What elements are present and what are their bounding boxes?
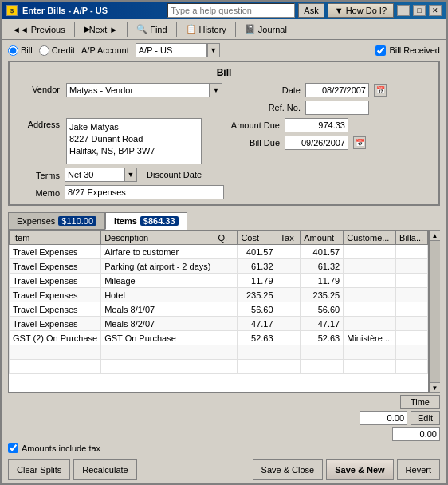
ap-account-dropdown[interactable]: ▼ [207, 43, 220, 57]
table-row[interactable]: Travel Expenses Hotel 235.25 235.25 [10, 288, 428, 302]
cell-amount: 11.79 [301, 274, 344, 288]
help-input[interactable] [167, 3, 295, 18]
scrollbar[interactable]: ▲ ▼ [429, 230, 440, 393]
ap-account-label: A/P Account [81, 45, 129, 55]
vendor-dropdown[interactable]: ▼ [210, 83, 222, 97]
bill-radio-label[interactable]: Bill [8, 45, 33, 56]
cell-cost: 47.17 [238, 317, 277, 331]
items-tab-label: Items [114, 216, 137, 226]
memo-input[interactable] [65, 185, 224, 199]
cell-item: GST (2) On Purchase [10, 331, 101, 345]
memo-label: Memo [16, 187, 60, 198]
cell-billable [396, 317, 428, 331]
expenses-tab-amount: $110.00 [58, 216, 96, 226]
recalculate-button[interactable]: Recalculate [73, 459, 136, 480]
col-header-desc: Description [101, 231, 214, 245]
history-button[interactable]: 📋 History [180, 21, 232, 38]
cell-tax [277, 288, 301, 302]
bill-due-calendar-button[interactable]: 📅 [353, 136, 366, 149]
amount-field-2[interactable] [392, 427, 440, 441]
cell-item: Travel Expenses [10, 317, 101, 331]
table-row[interactable]: Travel Expenses Mileage 11.79 11.79 [10, 274, 428, 288]
cell-amount: 61.32 [301, 259, 344, 274]
footer-right: Save & Close Save & New Revert [253, 459, 440, 480]
tabs-row: Expenses $110.00 Items $864.33 [8, 212, 440, 230]
bill-due-row: Bill Due 📅 [224, 136, 366, 150]
time-button[interactable]: Time [400, 395, 440, 409]
tab-items[interactable]: Items $864.33 [105, 212, 187, 230]
main-window: $ Enter Bills - A/P - US Ask ▼ How Do I?… [0, 0, 448, 485]
edit-button[interactable]: Edit [411, 411, 440, 425]
col-header-item: Item [10, 231, 101, 245]
close-button[interactable]: ✕ [429, 5, 442, 16]
cell-cost: 61.32 [238, 259, 277, 274]
next-button[interactable]: ▶ Next ► [78, 21, 124, 38]
cell-cost: 52.63 [238, 331, 277, 345]
cell-item: Travel Expenses [10, 302, 101, 317]
terms-input[interactable] [65, 168, 124, 182]
cell-cost: 11.79 [238, 274, 277, 288]
table-row[interactable]: GST (2) On Purchase GST On Purchase 52.6… [10, 331, 428, 345]
items-tab-amount: $864.33 [140, 216, 179, 226]
bill-received-checkbox[interactable] [375, 45, 386, 56]
revert-button[interactable]: Revert [397, 459, 440, 480]
minimize-button[interactable]: _ [397, 5, 410, 16]
table-row[interactable]: Travel Expenses Meals 8/1/07 56.60 56.60 [10, 302, 428, 317]
date-calendar-button[interactable]: 📅 [374, 84, 387, 97]
terms-dropdown[interactable]: ▼ [124, 168, 137, 182]
terms-row: Terms ▼ Discount Date [16, 168, 432, 182]
credit-radio-label[interactable]: Credit [39, 45, 75, 56]
find-icon: 🔍 [136, 24, 147, 34]
refno-input[interactable] [305, 101, 369, 115]
cell-qty [214, 274, 238, 288]
ask-button[interactable]: Ask [298, 3, 324, 18]
tabs-area: Expenses $110.00 Items $864.33 [2, 209, 446, 230]
cell-tax [277, 331, 301, 345]
save-new-button[interactable]: Save & New [326, 459, 393, 480]
cell-cost: 401.57 [238, 245, 277, 259]
scroll-down-button[interactable]: ▼ [430, 382, 441, 393]
journal-button[interactable]: 📓 Journal [239, 21, 293, 38]
table-row[interactable]: Travel Expenses Parking (at airport - 2 … [10, 259, 428, 274]
cell-qty [214, 245, 238, 259]
amount-due-input[interactable] [285, 118, 348, 132]
toolbar: ◄ ◄ Previous ▶ Next ► 🔍 Find 📋 History 📓… [2, 19, 446, 40]
find-button[interactable]: 🔍 Find [131, 21, 172, 38]
cell-qty [214, 288, 238, 302]
clear-splits-button[interactable]: Clear Splits [8, 459, 70, 480]
cell-amount: 47.17 [301, 317, 344, 331]
save-close-button[interactable]: Save & Close [253, 459, 324, 480]
tab-expenses[interactable]: Expenses $110.00 [8, 212, 105, 230]
amounts-include-tax-label[interactable]: Amounts include tax [8, 443, 100, 453]
maximize-button[interactable]: □ [413, 5, 426, 16]
cell-billable [396, 245, 428, 259]
table-row-empty[interactable] [10, 345, 428, 360]
cell-desc: Airfare to customer [101, 245, 214, 259]
cell-qty [214, 302, 238, 317]
refno-label: Ref. No. [245, 103, 301, 112]
bill-due-input[interactable] [285, 136, 348, 150]
cell-tax [277, 245, 301, 259]
previous-button[interactable]: ◄ ◄ Previous [6, 21, 71, 38]
amounts-include-tax-checkbox[interactable] [8, 443, 18, 453]
ap-account-input[interactable] [136, 43, 207, 57]
date-input[interactable] [305, 83, 369, 97]
table-row[interactable]: Travel Expenses Airfare to customer 401.… [10, 245, 428, 259]
cell-desc: Parking (at airport - 2 days) [101, 259, 214, 274]
credit-radio[interactable] [39, 45, 49, 56]
cell-customer [344, 259, 396, 274]
window-title: Enter Bills - A/P - US [22, 6, 108, 15]
cell-tax [277, 302, 301, 317]
table-row-empty[interactable] [10, 360, 428, 374]
separator4 [235, 22, 236, 37]
table-row[interactable]: Travel Expenses Meals 8/2/07 47.17 47.17 [10, 317, 428, 331]
howdo-button[interactable]: ▼ How Do I? [328, 3, 394, 18]
bill-radio[interactable] [8, 45, 18, 56]
amount-due-row: Amount Due [224, 118, 366, 132]
scroll-up-button[interactable]: ▲ [430, 230, 441, 241]
amount-due-label: Amount Due [224, 120, 280, 130]
vendor-label: Vendor [16, 83, 60, 94]
amount-field-1[interactable] [360, 411, 407, 425]
cell-item: Travel Expenses [10, 259, 101, 274]
vendor-input[interactable] [66, 83, 210, 97]
